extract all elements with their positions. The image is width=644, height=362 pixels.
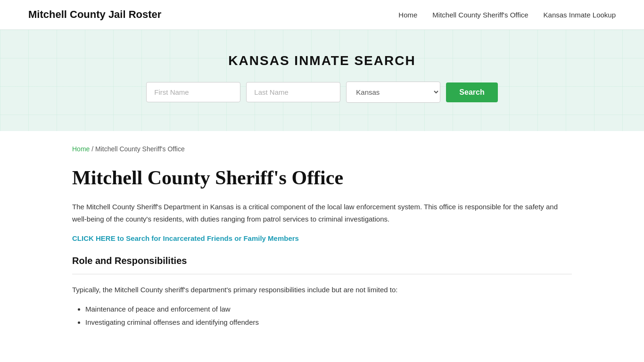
state-select[interactable]: Kansas Missouri Nebraska Colorado — [346, 82, 440, 103]
main-content: Home / Mitchell County Sheriff's Office … — [44, 131, 600, 358]
last-name-input[interactable] — [246, 82, 340, 102]
nav-sheriffs-office[interactable]: Mitchell County Sheriff's Office — [432, 11, 528, 19]
inmate-search-form: Kansas Missouri Nebraska Colorado Search — [9, 82, 635, 103]
search-button[interactable]: Search — [446, 82, 497, 102]
main-nav: Home Mitchell County Sheriff's Office Ka… — [398, 11, 616, 19]
breadcrumb-separator: / — [91, 145, 93, 153]
page-description: The Mitchell County Sheriff's Department… — [72, 201, 572, 225]
hero-section: KANSAS INMATE SEARCH Kansas Missouri Neb… — [0, 30, 644, 131]
breadcrumb-home[interactable]: Home — [72, 145, 90, 153]
breadcrumb: Home / Mitchell County Sheriff's Office — [72, 145, 572, 153]
site-logo[interactable]: Mitchell County Jail Roster — [28, 8, 161, 21]
list-item: Investigating criminal offenses and iden… — [85, 316, 572, 329]
hero-title: KANSAS INMATE SEARCH — [9, 53, 635, 68]
responsibilities-list: Maintenance of peace and enforcement of … — [72, 303, 572, 329]
breadcrumb-current: Mitchell County Sheriff's Office — [95, 145, 185, 153]
role-heading: Role and Responsibilities — [72, 255, 572, 266]
page-title: Mitchell County Sheriff's Office — [72, 166, 572, 189]
search-incarcerated-link[interactable]: CLICK HERE to Search for Incarcerated Fr… — [72, 234, 299, 242]
nav-inmate-lookup[interactable]: Kansas Inmate Lookup — [544, 11, 616, 19]
first-name-input[interactable] — [146, 82, 240, 102]
section-divider — [72, 274, 572, 274]
list-item: Maintenance of peace and enforcement of … — [85, 303, 572, 316]
responsibilities-intro: Typically, the Mitchell County sheriff's… — [72, 284, 572, 296]
nav-home[interactable]: Home — [398, 11, 417, 19]
site-header: Mitchell County Jail Roster Home Mitchel… — [0, 0, 644, 30]
